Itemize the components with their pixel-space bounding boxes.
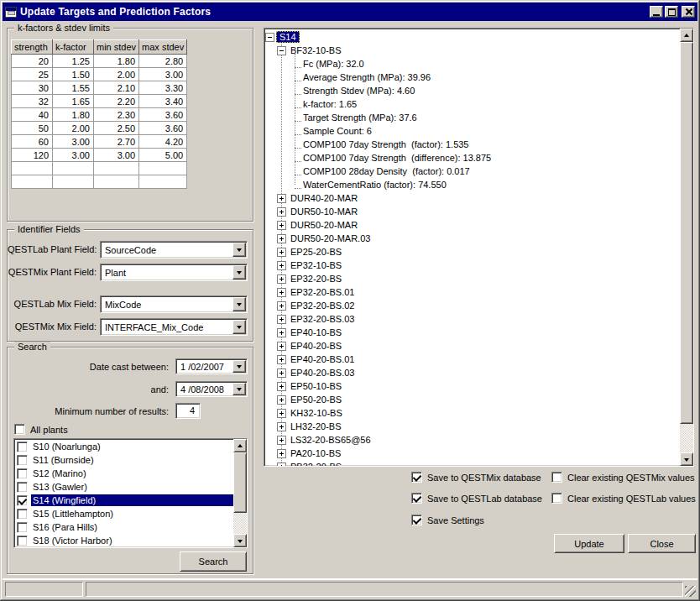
plant-checkbox[interactable]: [17, 442, 28, 452]
tree-node[interactable]: KH32-10-BS: [264, 406, 680, 420]
dropdown-arrow-icon[interactable]: [232, 243, 246, 257]
tree-node[interactable]: LS32-20-BS65@56: [264, 433, 680, 447]
expand-plus-icon[interactable]: [277, 234, 286, 243]
minimize-button[interactable]: [650, 6, 663, 18]
kfactor-cell[interactable]: 2.00: [94, 68, 139, 81]
dropdown-arrow-icon[interactable]: [232, 297, 246, 311]
scrollbar-track[interactable]: [680, 42, 693, 452]
scrollbar-thumb[interactable]: [680, 42, 693, 424]
save-qestmix-checkbox[interactable]: [411, 472, 422, 483]
kfactor-cell[interactable]: 2.00: [53, 122, 94, 135]
kfactor-cell[interactable]: [12, 162, 53, 175]
kfactor-cell[interactable]: 2.50: [94, 122, 139, 135]
tree-leaf[interactable]: COMP100 28day Density (factor): 0.017: [264, 165, 680, 178]
expand-plus-icon[interactable]: [277, 301, 286, 311]
expand-plus-icon[interactable]: [277, 395, 286, 405]
expand-plus-icon[interactable]: [277, 382, 286, 391]
expand-plus-icon[interactable]: [277, 207, 286, 217]
tree-leaf[interactable]: Average Strength (MPa): 39.96: [264, 71, 680, 84]
kfactor-cell[interactable]: 1.80: [94, 55, 139, 68]
qestmix-plant-field-combo[interactable]: Plant: [100, 264, 248, 281]
tree-scrollbar[interactable]: [680, 29, 693, 466]
date-from-combo[interactable]: 1 /02/2007: [175, 358, 248, 374]
collapse-minus-icon[interactable]: [265, 33, 274, 42]
plant-checkbox[interactable]: [17, 482, 28, 493]
tree-leaf[interactable]: Strength Stdev (MPa): 4.60: [264, 84, 680, 97]
expand-plus-icon[interactable]: [277, 463, 286, 467]
dropdown-arrow-icon[interactable]: [232, 383, 246, 395]
search-button[interactable]: Search: [180, 551, 247, 572]
kfactor-cell[interactable]: [94, 162, 139, 175]
qestlab-plant-field-combo[interactable]: SourceCode: [100, 241, 248, 259]
expand-plus-icon[interactable]: [277, 274, 286, 284]
kfactor-cell[interactable]: 2.30: [94, 108, 139, 122]
kfactor-cell[interactable]: [53, 175, 94, 189]
update-button[interactable]: Update: [554, 534, 624, 553]
qestmix-mix-field-combo[interactable]: INTERFACE_Mix_Code: [100, 318, 248, 336]
plant-list-item[interactable]: S13 (Gawler): [14, 480, 233, 494]
tree-node[interactable]: EP32-10-BS: [264, 259, 680, 272]
tree-node[interactable]: EP32-20-BS.02: [264, 299, 680, 312]
scrollbar-thumb[interactable]: [233, 452, 247, 513]
kfactor-cell[interactable]: 40: [12, 108, 53, 122]
plant-list-item[interactable]: S11 (Burnside): [14, 453, 233, 467]
expand-plus-icon[interactable]: [277, 261, 286, 270]
date-to-combo[interactable]: 4 /08/2008: [175, 381, 248, 397]
kfactor-cell[interactable]: 4.20: [139, 135, 187, 149]
plant-checkbox[interactable]: [17, 495, 28, 506]
plant-list-item[interactable]: S16 (Para Hills): [14, 520, 233, 534]
kfactor-cell[interactable]: 3.00: [53, 135, 94, 149]
kfactor-cell[interactable]: [139, 162, 187, 175]
tree-node[interactable]: LH32-20-BS: [264, 420, 680, 433]
kfactor-cell[interactable]: 30: [12, 81, 53, 95]
kfactor-cell[interactable]: [139, 175, 187, 189]
expand-plus-icon[interactable]: [277, 288, 286, 297]
expand-plus-icon[interactable]: [277, 449, 286, 458]
min-results-input[interactable]: 4: [175, 403, 201, 419]
kfactor-cell[interactable]: 3.00: [53, 149, 94, 162]
tree-node[interactable]: EP32-20-BS.01: [264, 285, 680, 299]
scroll-up-icon[interactable]: [680, 29, 693, 42]
expand-plus-icon[interactable]: [277, 194, 286, 203]
kfactor-cell[interactable]: 25: [12, 68, 53, 81]
dropdown-arrow-icon[interactable]: [232, 360, 246, 373]
expand-plus-icon[interactable]: [277, 355, 286, 364]
tree-node[interactable]: EP50-20-BS: [264, 393, 680, 406]
kfactor-cell[interactable]: 3.00: [94, 149, 139, 162]
close-action-button[interactable]: Close: [628, 534, 696, 553]
tree-leaf[interactable]: k-factor: 1.65: [264, 97, 680, 111]
scrollbar-track[interactable]: [233, 452, 247, 534]
kfactor-cell[interactable]: [53, 162, 94, 175]
plant-checkbox[interactable]: [17, 509, 28, 520]
clear-qestlab-checkbox[interactable]: [551, 493, 562, 504]
collapse-minus-icon[interactable]: [277, 46, 286, 55]
tree-node[interactable]: EP40-20-BS.03: [264, 366, 680, 379]
tree-node[interactable]: DUR50-20-MAR.03: [264, 232, 680, 245]
scroll-up-icon[interactable]: [233, 439, 247, 452]
plant-list-item[interactable]: S12 (Marino): [14, 467, 233, 480]
kfactor-cell[interactable]: 1.55: [53, 81, 94, 95]
plant-checkbox[interactable]: [17, 522, 28, 533]
plant-list-item[interactable]: S10 (Noarlunga): [14, 440, 233, 453]
qestlab-mix-field-combo[interactable]: MixCode: [100, 295, 248, 313]
plant-list-item[interactable]: S14 (Wingfield): [14, 494, 233, 507]
tree-node[interactable]: PA20-10-BS: [264, 447, 680, 460]
tree-leaf[interactable]: COMP100 7day Strength (factor): 1.535: [264, 138, 680, 151]
kfactor-cell[interactable]: 3.60: [139, 108, 187, 122]
plant-list-item[interactable]: S15 (Littlehampton): [14, 507, 233, 520]
kfactor-cell[interactable]: 1.80: [53, 108, 94, 122]
plant-checkbox[interactable]: [17, 468, 28, 479]
close-button[interactable]: [682, 6, 695, 18]
expand-plus-icon[interactable]: [277, 422, 286, 431]
tree-node[interactable]: PB32-20-BS: [264, 460, 680, 466]
kfactor-cell[interactable]: 5.00: [139, 149, 187, 162]
tree-node-root[interactable]: S14: [264, 30, 680, 44]
tree-leaf[interactable]: Fc (MPa): 32.0: [264, 57, 680, 71]
tree-node[interactable]: EP32-20-BS.03: [264, 312, 680, 326]
kfactor-cell[interactable]: 1.25: [53, 55, 94, 68]
kfactor-cell[interactable]: 50: [12, 122, 53, 135]
kfactor-cell[interactable]: [94, 175, 139, 189]
kfactor-cell[interactable]: 2.70: [94, 135, 139, 149]
save-settings-checkbox[interactable]: [411, 515, 422, 525]
scroll-down-icon[interactable]: [233, 534, 247, 547]
